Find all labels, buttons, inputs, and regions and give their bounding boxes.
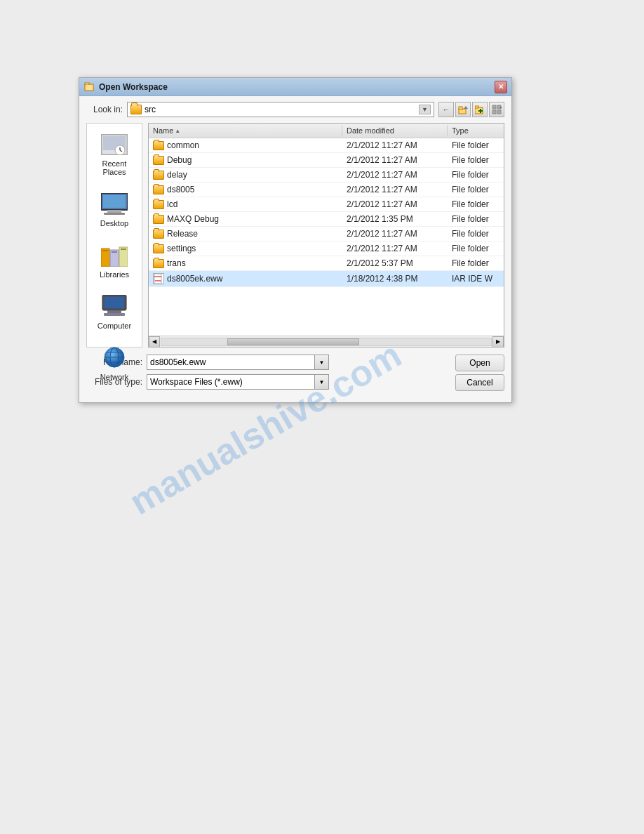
col-header-type[interactable]: Type xyxy=(448,125,504,136)
file-name-text: Debug xyxy=(167,155,192,165)
sidebar-label-recent: Recent Places xyxy=(92,159,137,176)
nav-views-button[interactable] xyxy=(489,102,504,117)
file-name-text: MAXQ Debug xyxy=(167,214,219,224)
sidebar-label-libraries: Libraries xyxy=(100,270,129,279)
col-header-name[interactable]: Name ▲ xyxy=(149,125,342,136)
table-row[interactable]: common2/1/2012 11:27 AMFile folder xyxy=(149,138,504,153)
file-list-area: Name ▲ Date modified Type common2/1/2012… xyxy=(148,123,504,348)
open-workspace-dialog: Open Workspace ✕ Look in: src ▼ ← xyxy=(79,77,512,403)
close-button[interactable]: ✕ xyxy=(495,81,507,93)
file-name-text: ds8005ek.eww xyxy=(167,274,222,284)
svg-text:eww: eww xyxy=(155,279,161,282)
folder-icon xyxy=(153,244,164,253)
folder-icon xyxy=(153,171,164,180)
svg-rect-4 xyxy=(459,107,462,110)
scroll-left-button[interactable]: ◀ xyxy=(149,336,160,348)
folder-icon xyxy=(153,200,164,209)
nav-buttons: ← xyxy=(438,102,504,117)
file-icon: eww xyxy=(153,273,164,284)
file-type-cell: File folder xyxy=(448,183,504,196)
file-name-text: common xyxy=(167,140,199,150)
filename-dropdown-btn[interactable]: ▼ xyxy=(315,355,329,370)
file-type-cell: File folder xyxy=(448,257,504,270)
table-row[interactable]: ewwds8005ek.eww1/18/2012 4:38 PMIAR IDE … xyxy=(149,271,504,287)
svg-rect-12 xyxy=(492,110,496,114)
svg-marker-5 xyxy=(464,106,468,109)
filetype-row: Files of type: ▼ xyxy=(86,374,448,390)
file-name-cell: settings xyxy=(149,242,342,255)
scroll-thumb[interactable] xyxy=(227,338,359,345)
dialog-title-text: Open Workspace xyxy=(99,82,495,92)
lookin-dropdown-arrow[interactable]: ▼ xyxy=(419,105,431,114)
svg-rect-27 xyxy=(102,250,108,251)
file-list-header: Name ▲ Date modified Type xyxy=(149,124,504,138)
nav-back-button[interactable]: ← xyxy=(438,102,454,117)
table-row[interactable]: Release2/1/2012 11:27 AMFile folder xyxy=(149,227,504,241)
file-date-cell: 1/18/2012 4:38 PM xyxy=(342,272,448,286)
nav-new-folder-button[interactable] xyxy=(472,102,488,117)
file-name-cell: ds8005 xyxy=(149,183,342,196)
folder-icon xyxy=(153,230,164,239)
page-background: manualshive.com Open Workspace ✕ Look in… xyxy=(0,0,644,834)
file-type-cell: File folder xyxy=(448,168,504,181)
sidebar-item-libraries[interactable]: Libraries xyxy=(89,240,140,282)
bottom-form: File name: ▼ Files of type: ▼ xyxy=(86,348,504,394)
file-date-cell: 2/1/2012 11:27 AM xyxy=(342,198,448,211)
svg-rect-1 xyxy=(85,83,89,85)
action-buttons: Open Cancel xyxy=(455,355,504,391)
lookin-combo[interactable]: src ▼ xyxy=(127,102,434,117)
nav-up-button[interactable] xyxy=(455,102,471,117)
table-row[interactable]: lcd2/1/2012 11:27 AMFile folder xyxy=(149,197,504,212)
sidebar-item-computer[interactable]: Computer xyxy=(89,291,140,333)
svg-rect-2 xyxy=(86,85,93,90)
sidebar-item-recent-places[interactable]: Recent Places xyxy=(89,129,140,179)
filename-input[interactable] xyxy=(147,355,315,370)
table-row[interactable]: ds80052/1/2012 11:27 AMFile folder xyxy=(149,183,504,197)
file-name-cell: common xyxy=(149,139,342,152)
folder-icon xyxy=(153,141,164,150)
file-name-text: delay xyxy=(167,170,187,180)
file-type-cell: File folder xyxy=(448,242,504,255)
svg-rect-33 xyxy=(104,313,125,316)
filetype-dropdown-btn[interactable]: ▼ xyxy=(315,374,329,390)
folder-icon xyxy=(153,215,164,224)
file-name-cell: delay xyxy=(149,168,342,181)
file-date-cell: 2/1/2012 5:37 PM xyxy=(342,257,448,270)
svg-rect-11 xyxy=(497,105,501,109)
scroll-track[interactable] xyxy=(161,338,492,346)
filetype-input[interactable] xyxy=(147,374,315,390)
open-button[interactable]: Open xyxy=(455,355,504,371)
cancel-button[interactable]: Cancel xyxy=(455,374,504,391)
svg-rect-31 xyxy=(105,297,124,308)
file-type-cell: File folder xyxy=(448,198,504,211)
svg-rect-10 xyxy=(492,105,496,109)
recent-places-icon xyxy=(100,132,128,157)
folder-icon xyxy=(153,259,164,268)
svg-rect-7 xyxy=(475,106,478,108)
folder-icon xyxy=(153,185,164,194)
table-row[interactable]: settings2/1/2012 11:27 AMFile folder xyxy=(149,241,504,256)
content-area: Recent Places Desktop xyxy=(86,123,504,348)
sidebar-item-desktop[interactable]: Desktop xyxy=(89,189,140,230)
form-fields: File name: ▼ Files of type: ▼ xyxy=(86,355,448,394)
file-list-content[interactable]: common2/1/2012 11:27 AMFile folderDebug2… xyxy=(149,138,504,336)
horizontal-scrollbar[interactable]: ◀ ▶ xyxy=(149,336,504,347)
col-header-date[interactable]: Date modified xyxy=(342,125,448,136)
file-type-cell: File folder xyxy=(448,227,504,240)
table-row[interactable]: delay2/1/2012 11:27 AMFile folder xyxy=(149,168,504,183)
scroll-right-button[interactable]: ▶ xyxy=(492,336,504,348)
file-type-cell: IAR IDE W xyxy=(448,272,504,286)
file-date-cell: 2/1/2012 1:35 PM xyxy=(342,213,448,225)
file-name-cell: trans xyxy=(149,257,342,270)
table-row[interactable]: MAXQ Debug2/1/2012 1:35 PMFile folder xyxy=(149,212,504,227)
file-name-cell: Debug xyxy=(149,154,342,166)
svg-rect-26 xyxy=(119,247,128,267)
svg-rect-22 xyxy=(107,210,121,213)
lookin-value: src xyxy=(145,105,416,114)
table-row[interactable]: trans2/1/2012 5:37 PMFile folder xyxy=(149,256,504,271)
computer-icon xyxy=(100,294,128,319)
table-row[interactable]: Debug2/1/2012 11:27 AMFile folder xyxy=(149,153,504,168)
filetype-label: Files of type: xyxy=(86,377,142,387)
filename-combo: ▼ xyxy=(147,355,329,370)
lookin-row: Look in: src ▼ ← xyxy=(86,102,504,117)
